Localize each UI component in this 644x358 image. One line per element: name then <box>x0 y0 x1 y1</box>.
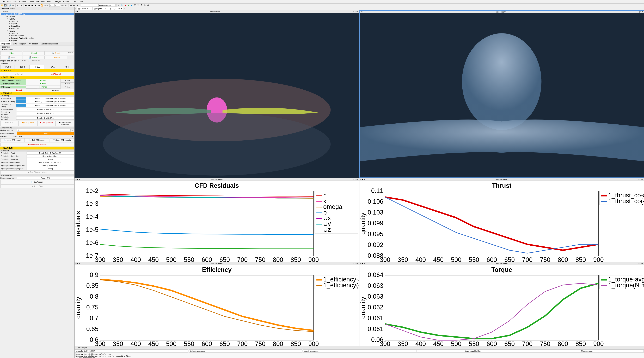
prop-tab-multi-block-inspector[interactable]: Multi-block Inspector <box>39 42 59 45</box>
axis-icon[interactable]: ● <box>124 4 126 7</box>
render-viewport-4[interactable]: XY <box>360 13 644 178</box>
filter-icon[interactable]: ▦ <box>70 4 72 7</box>
tmesh-action-button[interactable]: ▶ Build <box>26 82 61 85</box>
menu-sources[interactable]: Sources <box>18 0 27 3</box>
mesh-all-button[interactable]: Mesh all <box>37 89 74 92</box>
menu-file[interactable]: File <box>1 0 6 3</box>
split-icon[interactable]: ⊞ <box>75 8 76 10</box>
show-cfd-button[interactable]: 👁 Show CFD results <box>50 138 74 142</box>
next-frame-icon[interactable]: ▶ <box>34 4 37 7</box>
tcaa-header[interactable]: ━ TCAA RUN <box>0 146 74 149</box>
prop-tab-information[interactable]: Information <box>27 42 39 45</box>
undo-icon[interactable]: ↶ <box>16 4 19 7</box>
open-icon[interactable]: 📂 <box>1 4 4 7</box>
rotate-icon[interactable]: ↺ <box>147 4 150 7</box>
rotate-icon[interactable]: ↻ <box>144 4 146 7</box>
axis-icon[interactable]: ● <box>130 4 133 7</box>
tmesh-action-button[interactable]: ▶ Build <box>26 79 61 82</box>
split-v-icon[interactable]: ▯ <box>355 11 356 12</box>
thrust-chart[interactable]: Thrust3003504004505005506006507007508008… <box>360 181 644 262</box>
update-interval-input[interactable] <box>17 129 70 132</box>
fwd-icon[interactable]: ► <box>362 11 364 13</box>
tmesh-abort-button[interactable]: ✖ Abort <box>0 89 37 92</box>
save-icon[interactable]: 💾 <box>4 4 7 7</box>
abort-caa-button[interactable]: ✖ Abort CAA <box>0 185 74 188</box>
filter-icon[interactable]: ▦ <box>73 4 76 7</box>
tmesh-show-button[interactable]: 👁 Show <box>61 86 74 88</box>
load-button[interactable]: ⟳ Load <box>22 51 44 55</box>
array-selector[interactable] <box>81 4 98 7</box>
frame-input[interactable] <box>55 4 60 7</box>
module-tab-tcaa[interactable]: TCAA <box>45 65 59 69</box>
tree-item[interactable]: 👁Report <box>1 39 74 42</box>
reset-camera-icon[interactable]: ⊞ <box>117 4 120 7</box>
general-header[interactable]: ━ GENERAL <box>0 69 74 72</box>
module-tab-tcfd[interactable]: TCFD <box>15 65 30 69</box>
results-dropdown[interactable]: stationary <box>13 135 74 138</box>
last-frame-icon[interactable]: ⏭ <box>37 4 40 7</box>
tree-item[interactable]: 👁Settings <box>1 32 74 35</box>
saveas-button[interactable]: 💾 Save As <box>22 56 44 59</box>
split-h-icon[interactable]: ▭ <box>637 11 639 13</box>
module-tab-tfea[interactable]: TFEA <box>30 65 44 69</box>
layout-tab[interactable]: ▦ Layout #2 ✕ <box>92 7 108 10</box>
tree-item[interactable]: 👁TCFD1 <box>1 18 74 20</box>
split-h-icon[interactable]: ▭ <box>353 11 354 12</box>
zoom-icon[interactable]: 🔍 <box>120 4 123 7</box>
residuals-chart[interactable]: CFD Residuals300350400450500550600650700… <box>74 181 359 262</box>
menu-tcae[interactable]: TCAE <box>70 0 78 3</box>
first-frame-icon[interactable]: ⏮ <box>24 4 27 7</box>
tree-item[interactable]: 👁Residuals <box>1 27 74 30</box>
save-button[interactable]: 💾 Save <box>0 56 22 59</box>
max-icon[interactable]: □ <box>356 11 357 12</box>
run-cfd-button[interactable]: ▶ Run CFD <box>0 121 18 126</box>
split-v-icon[interactable]: ▯ <box>639 11 640 13</box>
layout-tab[interactable]: ▦ Layout #1 ✕ <box>77 7 92 10</box>
tree-item[interactable]: 👁Quantities <box>1 25 74 27</box>
run-caa-button[interactable]: ▶ Run CAA simulation <box>0 170 74 174</box>
menu-macros[interactable]: Macros <box>62 0 70 3</box>
view-timestep-button[interactable]: 👁 View current time step <box>56 121 74 126</box>
new-button[interactable]: ✚ New <box>0 51 22 55</box>
view-z-icon[interactable]: Z <box>140 4 143 7</box>
skip-point-button[interactable]: ▶▶ Skip point <box>19 121 37 126</box>
close-icon[interactable]: ✕ <box>357 11 358 12</box>
others-button[interactable]: Others <box>67 51 74 55</box>
close-tab-icon[interactable]: ✕ <box>89 8 91 10</box>
tmesh-show-button[interactable]: 👁 Show <box>61 82 74 85</box>
prop-tab-display[interactable]: Display <box>18 42 27 45</box>
light-report-button[interactable]: 📄 Light CFD report <box>0 138 25 142</box>
menu-extractors[interactable]: Extractors <box>35 0 46 3</box>
save-output-button[interactable]: Save output to file... <box>416 349 530 352</box>
menu-help[interactable]: Help <box>78 0 84 3</box>
torque-chart[interactable]: Torque3003504004505005506006507007508008… <box>360 265 644 346</box>
play-icon[interactable]: ▶ <box>31 4 34 7</box>
close-icon[interactable]: ✕ <box>642 11 643 13</box>
tree-builtin[interactable]: builtin: <box>1 11 74 13</box>
full-report-button[interactable]: 📄 Full CFD report <box>25 138 49 142</box>
view-y-icon[interactable]: Y <box>137 4 140 7</box>
tree-item[interactable]: 👁GenerateSurfaceNormals3 <box>1 37 74 39</box>
clear-output-button[interactable]: Clear window <box>530 349 644 352</box>
tcfd-header[interactable]: ━ TCFD RUN <box>0 92 74 95</box>
connect-icon[interactable]: 🔗 <box>8 4 11 7</box>
restore-button[interactable]: ↶ Restore <box>45 56 67 59</box>
check-button[interactable]: 🔍 Check <box>45 51 67 55</box>
filter-icon[interactable]: ▦ <box>76 4 79 7</box>
run-all-button[interactable]: ▶ Run all <box>0 72 37 76</box>
tree-item[interactable]: 👁Report <box>1 23 74 25</box>
render-viewport-1[interactable]: YZX <box>74 13 359 178</box>
back-icon[interactable]: ◄ <box>75 11 77 12</box>
loop-icon[interactable]: 🔁 <box>40 4 43 7</box>
quit-button[interactable]: ■ Quit (+ write) <box>37 121 56 126</box>
representation-dropdown[interactable]: Representation <box>98 4 116 7</box>
tree-item[interactable]: 👁Settings <box>1 20 74 23</box>
output-loglevel-dropdown[interactable]: Log all messages <box>302 349 416 352</box>
tmesh-header[interactable]: ━ TMESH RUN <box>0 76 74 79</box>
menu-catalyst[interactable]: Catalyst <box>53 0 62 3</box>
redo-icon[interactable]: ↷ <box>20 4 22 7</box>
menu-edit[interactable]: Edit <box>6 0 12 3</box>
menu-view[interactable]: View <box>12 0 18 3</box>
menu-tools[interactable]: Tools <box>46 0 52 3</box>
view-x-icon[interactable]: X <box>134 4 136 7</box>
